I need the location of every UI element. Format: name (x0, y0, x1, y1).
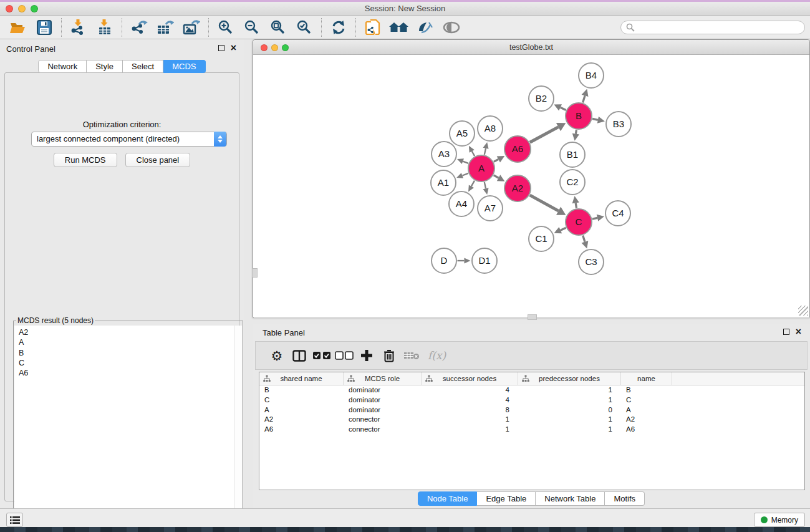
zoom-selected-button[interactable] (291, 17, 317, 37)
edge-A-A6[interactable] (494, 159, 498, 162)
mcds-result-item[interactable]: C (19, 358, 242, 368)
table-cell[interactable]: 0 (518, 405, 621, 415)
table-cell[interactable]: 8 (422, 405, 518, 415)
column-header-predecessor-nodes[interactable]: predecessor nodes (518, 372, 621, 385)
edge-A2-C[interactable] (530, 195, 559, 211)
export-network-button[interactable] (126, 17, 152, 37)
edge-A6-B[interactable] (530, 127, 559, 143)
zoom-out-button[interactable] (239, 17, 265, 37)
import-network-from-file-button[interactable] (65, 17, 92, 37)
table-cell[interactable]: dominator (344, 395, 422, 405)
vertical-split-handle[interactable] (252, 268, 258, 278)
table-cell[interactable]: C (259, 395, 344, 405)
table-cell[interactable]: A (259, 405, 344, 415)
mcds-result-item[interactable]: A6 (19, 368, 242, 378)
edge-A-A1[interactable] (462, 173, 468, 176)
resize-grip[interactable] (798, 306, 808, 316)
edge-A-A8[interactable] (485, 148, 486, 155)
table-cell[interactable]: A6 (621, 425, 672, 435)
table-cell[interactable]: 1 (422, 415, 518, 425)
save-session-button[interactable] (31, 17, 57, 37)
export-table-button[interactable] (152, 17, 178, 37)
add-column-button[interactable] (355, 345, 378, 366)
split-columns-button[interactable] (288, 345, 311, 366)
table-cell[interactable]: 1 (518, 385, 621, 395)
show-graphics-details-button[interactable] (412, 17, 438, 37)
edge-B-B4[interactable] (583, 95, 585, 102)
select-all-columns-button[interactable] (311, 345, 333, 366)
float-panel-icon[interactable] (218, 45, 224, 51)
memory-button[interactable]: Memory (754, 513, 805, 527)
table-cell[interactable]: 4 (422, 385, 518, 395)
search-input[interactable] (620, 21, 805, 34)
run-mcds-button[interactable]: Run MCDS (54, 153, 117, 167)
edge-A-A3[interactable] (463, 162, 468, 163)
column-header-successor-nodes[interactable]: successor nodes (422, 372, 518, 385)
tab-network[interactable]: Network (38, 60, 87, 73)
edge-A-A5[interactable] (472, 151, 475, 156)
table-cell[interactable]: dominator (344, 385, 422, 395)
table-cell[interactable]: C (621, 395, 672, 405)
delete-column-button[interactable] (378, 345, 400, 366)
mcds-list-scrollbar[interactable] (234, 326, 242, 531)
table-settings-button[interactable]: ⚙ (266, 345, 288, 366)
zoom-in-button[interactable] (213, 17, 239, 37)
deselect-all-columns-button[interactable] (333, 345, 355, 366)
table-cell[interactable]: A (621, 405, 672, 415)
table-cell[interactable]: A2 (259, 415, 344, 425)
birds-eye-view-button[interactable] (438, 17, 465, 37)
mcds-result-item[interactable]: A (19, 337, 242, 347)
table-cell[interactable]: 1 (518, 425, 621, 435)
tab-select[interactable]: Select (123, 60, 163, 73)
function-builder-button[interactable]: f(x) (428, 349, 446, 362)
tab-network-table[interactable]: Network Table (536, 491, 605, 506)
task-history-button[interactable] (6, 513, 23, 527)
table-row[interactable]: A2connector11A2 (259, 415, 804, 425)
export-image-button[interactable] (178, 17, 205, 37)
table-row[interactable]: Adominator80A (259, 405, 804, 415)
table-cell[interactable]: 4 (422, 395, 518, 405)
column-header-name[interactable]: name (621, 372, 672, 385)
tab-edge-table[interactable]: Edge Table (477, 491, 536, 506)
refresh-button[interactable] (325, 17, 352, 37)
close-panel-icon[interactable]: × (231, 45, 236, 51)
table-row[interactable]: Cdominator41C (259, 395, 804, 405)
network-canvas[interactable]: B4B2BB3A5A8A6A3B1AA1C2A2A4A7CC4C1C3DD1 (254, 56, 809, 317)
table-cell[interactable]: B (621, 385, 672, 395)
table-cell[interactable]: dominator (344, 405, 422, 415)
edge-A-A4[interactable] (471, 181, 475, 186)
horizontal-split-handle[interactable] (528, 314, 537, 320)
column-header-shared-name[interactable]: shared name (259, 372, 344, 385)
zoom-fit-button[interactable] (265, 17, 291, 37)
home-button[interactable] (386, 17, 412, 37)
edge-A-A2[interactable] (494, 175, 499, 178)
edge-B-B3[interactable] (592, 118, 598, 120)
edge-B-B2[interactable] (561, 107, 566, 110)
table-row[interactable]: Bdominator41B (259, 385, 804, 395)
mcds-result-item[interactable]: B (19, 348, 242, 358)
table-row[interactable]: A6connector11A6 (259, 425, 804, 435)
edge-B-B1[interactable] (576, 130, 576, 133)
table-cell[interactable]: B (259, 385, 344, 395)
mcds-result-item[interactable]: A2 (19, 327, 242, 337)
table-cell[interactable]: connector (344, 415, 422, 425)
delete-table-button[interactable] (400, 345, 423, 366)
open-session-button[interactable] (5, 17, 31, 37)
table-cell[interactable]: connector (344, 425, 422, 435)
import-table-from-file-button[interactable] (92, 17, 118, 37)
close-panel-button[interactable]: Close panel (125, 153, 191, 167)
edge-C-C2[interactable] (576, 203, 576, 208)
table-cell[interactable]: A6 (259, 425, 344, 435)
criterion-dropdown[interactable]: largest connected component (directed) (31, 132, 227, 147)
tab-mcds[interactable]: MCDS (163, 60, 205, 73)
table-cell[interactable]: 1 (518, 415, 621, 425)
table-cell[interactable]: A2 (621, 415, 672, 425)
table-cell[interactable]: 1 (518, 395, 621, 405)
edge-C-C1[interactable] (561, 228, 566, 230)
tab-motifs[interactable]: Motifs (605, 491, 645, 506)
edge-C-C3[interactable] (583, 235, 585, 241)
network-from-file-button[interactable] (360, 17, 386, 37)
close-table-panel-icon[interactable]: × (796, 329, 801, 335)
edge-C-C4[interactable] (592, 218, 597, 219)
edge-A-A7[interactable] (485, 182, 486, 188)
